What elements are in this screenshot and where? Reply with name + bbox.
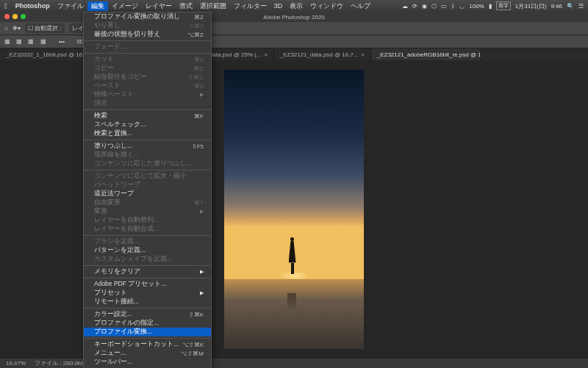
close-window-button[interactable] — [4, 14, 10, 19]
menu-item-40[interactable]: プロファイルの指定... — [84, 319, 211, 328]
menu-shortcut: ⌘Z — [194, 14, 204, 21]
menu-window[interactable]: ウィンドウ — [306, 1, 347, 11]
menu-type[interactable]: 書式 — [176, 1, 196, 11]
menu-help[interactable]: ヘルプ — [347, 1, 374, 11]
menu-item-35[interactable]: Adobe PDF プリセット... — [84, 280, 211, 289]
menu-shortcut: ⇧⌘K — [189, 311, 204, 318]
menu-item-17[interactable]: 塗りつぶし...⇧F5 — [84, 142, 211, 151]
app-name[interactable]: Photoshop — [12, 2, 54, 10]
menu-filter[interactable]: フィルター — [230, 1, 270, 11]
menu-item-39[interactable]: カラー設定...⇧⌘K — [84, 310, 211, 319]
menu-item-label: 遠近法ワープ — [94, 190, 204, 198]
menu-item-label: 塗りつぶし... — [94, 142, 192, 151]
menu-item-label: カラー設定... — [94, 310, 189, 319]
menu-item-9: ペースト⌘V — [84, 82, 211, 90]
menu-item-14[interactable]: スペルチェック... — [84, 120, 211, 129]
menu-separator — [84, 278, 211, 278]
align-icons[interactable]: ▦ ▦ ▦ ▦ — [4, 38, 49, 45]
menu-item-30[interactable]: パターンを定義... — [84, 246, 211, 255]
menu-item-33[interactable]: メモリをクリア▶ — [84, 267, 211, 276]
menu-item-label: Adobe PDF プリセット... — [94, 280, 204, 289]
menu-item-15[interactable]: 検索と置換... — [84, 129, 211, 138]
menu-item-41[interactable]: プロファイル変換... — [84, 328, 211, 336]
menu-item-13[interactable]: 検索⌘F — [84, 112, 211, 120]
window-controls — [4, 14, 26, 19]
menu-shortcut: ⌘C — [193, 65, 204, 72]
search-icon[interactable]: 🔍 — [567, 3, 574, 10]
battery-percent[interactable]: 100% — [469, 3, 484, 10]
menu-item-label: 検索と置換... — [94, 129, 204, 138]
menu-item-43[interactable]: キーボードショートカット...⌥⇧⌘K — [84, 340, 211, 349]
submenu-arrow-icon: ▶ — [200, 92, 204, 98]
menu-item-label: メニュー... — [94, 349, 181, 358]
menu-item-27: レイヤーを自動合成... — [84, 225, 211, 234]
menu-item-37[interactable]: リモート接続... — [84, 297, 211, 306]
menu-item-label: プロファイル変換... — [94, 328, 204, 336]
menu-item-label: 消去 — [94, 99, 204, 108]
menu-3d[interactable]: 3D — [270, 2, 287, 10]
apple-menu-icon[interactable]:  — [4, 2, 7, 10]
window-title: Adobe Photoshop 2020 — [263, 14, 325, 21]
minimize-window-button[interactable] — [12, 14, 18, 19]
dropbox-icon[interactable]: ⬡ — [431, 3, 437, 10]
notification-icon[interactable]: ☰ — [578, 3, 584, 10]
tab-4[interactable]: _EZ32121_adobeRGB16bit_re.psd @ 16.7% (R… — [371, 48, 481, 60]
menu-item-26: レイヤーを自動整列... — [84, 216, 211, 225]
menu-item-label: プロファイルの指定... — [94, 319, 204, 328]
menu-item-label: コンテンツに応じた塗りつぶし... — [94, 159, 204, 168]
menu-item-label: 自由変形 — [94, 198, 194, 207]
menu-shortcut: ⇧⌘Z — [189, 23, 204, 29]
zoom-level[interactable]: 16.67% — [6, 360, 26, 367]
menubar-status: ☁ ⟳ ◉ ⬡ ▭ ᛒ ◡ 100% ▮ 英字 1月31日(日) 9:46 🔍 … — [402, 1, 584, 10]
menu-shortcut: ⌘T — [194, 200, 204, 206]
menu-shortcut: ⌘F — [194, 113, 204, 120]
macos-menubar:  Photoshop ファイル 編集 イメージ レイヤー 書式 選択範囲 フィ… — [0, 0, 588, 12]
menu-file[interactable]: ファイル — [54, 1, 87, 11]
menu-view[interactable]: 表示 — [286, 1, 306, 11]
tab-3[interactable]: _EZ32121_data.psd @ 16.7...× — [274, 48, 371, 60]
menu-item-label: メモリをクリア — [94, 267, 200, 276]
home-icon[interactable]: ⌂ — [4, 25, 8, 32]
menu-item-36[interactable]: プリセット▶ — [84, 289, 211, 297]
menu-item-0[interactable]: プロファイル変換の取り消し⌘Z — [84, 12, 211, 21]
menu-shortcut: ⌘V — [194, 83, 204, 90]
menu-item-label: ツールバー... — [94, 358, 204, 367]
menu-image[interactable]: イメージ — [108, 1, 142, 11]
date[interactable]: 1月31日(日) — [515, 2, 547, 10]
cc-icon[interactable]: ◉ — [422, 3, 427, 10]
maximize-window-button[interactable] — [21, 14, 26, 19]
submenu-arrow-icon: ▶ — [200, 290, 204, 296]
menu-item-45[interactable]: ツールバー... — [84, 358, 211, 367]
menu-item-24: 自由変形⌘T — [84, 198, 211, 207]
menu-item-21: コンテンツに応じて拡大・縮小 — [84, 172, 211, 181]
menu-item-2[interactable]: 最後の状態を切り替え⌥⌘Z — [84, 30, 211, 39]
menu-item-label: ペースト — [94, 82, 194, 90]
menu-shortcut: ⌘X — [194, 57, 204, 63]
menu-layer[interactable]: レイヤー — [142, 1, 176, 11]
menu-shortcut: ⇧⌘C — [188, 74, 204, 81]
menu-separator — [84, 265, 211, 266]
autoselect-checkbox[interactable]: ☐ 自動選択 : — [25, 24, 65, 33]
close-icon[interactable]: × — [362, 52, 365, 57]
close-icon[interactable]: × — [265, 52, 268, 57]
menu-item-23[interactable]: 遠近法ワープ — [84, 190, 211, 198]
menu-item-label: ブラシを定義... — [94, 237, 204, 246]
menu-separator — [84, 235, 211, 236]
menu-item-label: キーボードショートカット... — [94, 340, 182, 349]
sync-icon[interactable]: ⟳ — [412, 3, 417, 10]
ime-indicator[interactable]: 英字 — [496, 1, 511, 10]
menu-item-8: 結合部分をコピー⇧⌘C — [84, 73, 211, 82]
move-tool-icon[interactable]: ✥▾ — [12, 25, 21, 32]
menu-item-label: 検索 — [94, 112, 194, 120]
wifi-icon[interactable]: ◡ — [459, 3, 465, 10]
menu-select[interactable]: 選択範囲 — [196, 1, 230, 11]
menu-item-31: カスタムシェイプを定義... — [84, 255, 211, 264]
menu-item-44[interactable]: メニュー...⌥⇧⌘M — [84, 349, 211, 358]
time[interactable]: 9:46 — [551, 3, 562, 10]
battery-icon[interactable]: ▮ — [489, 3, 492, 10]
menu-edit[interactable]: 編集 — [87, 1, 108, 11]
cloud-icon[interactable]: ☁ — [402, 3, 408, 10]
bluetooth-icon[interactable]: ᛒ — [451, 3, 455, 10]
screen-icon[interactable]: ▭ — [441, 3, 447, 10]
menu-separator — [84, 338, 211, 339]
